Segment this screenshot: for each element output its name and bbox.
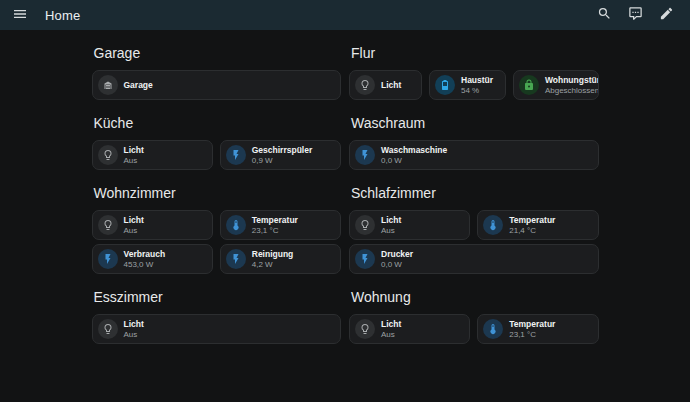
lightbulb-icon xyxy=(355,215,375,235)
section-title: Wohnzimmer xyxy=(94,185,342,202)
card-row: Drucker0,0 W xyxy=(349,244,599,274)
card-text: Haustür54 % xyxy=(461,75,493,95)
card-licht[interactable]: LichtAus xyxy=(92,140,213,170)
app-root: { "topbar": { "title": "Home", "menu_ico… xyxy=(0,0,690,402)
card-name: Drucker xyxy=(381,249,413,260)
card-text: LichtAus xyxy=(381,215,401,235)
card-licht[interactable]: LichtAus xyxy=(92,210,213,240)
card-waschmaschine[interactable]: Waschmaschine0,0 W xyxy=(349,140,599,170)
card-text: Temperatur23,1 °C xyxy=(509,319,555,339)
flash-icon xyxy=(226,145,246,165)
card-row: LichtAus xyxy=(92,314,342,344)
card-state: 0,9 W xyxy=(252,156,312,166)
flash-icon xyxy=(355,249,375,269)
lightbulb-icon xyxy=(355,319,375,339)
column-left: GarageGarageKücheLichtAusGeschirrspüler0… xyxy=(92,45,342,359)
search-icon xyxy=(597,6,612,24)
thermometer-icon xyxy=(483,319,503,339)
card-name: Licht xyxy=(381,319,401,330)
section-waschraum: WaschraumWaschmaschine0,0 W xyxy=(349,115,599,170)
card-licht[interactable]: Licht xyxy=(349,70,422,100)
card-temperatur[interactable]: Temperatur23,1 °C xyxy=(220,210,341,240)
section-title: Küche xyxy=(94,115,342,132)
card-row: LichtAusTemperatur23,1 °C xyxy=(92,210,342,240)
battery-icon xyxy=(435,75,455,95)
card-garage[interactable]: Garage xyxy=(92,70,342,100)
card-geschirrsp-ler[interactable]: Geschirrspüler0,9 W xyxy=(220,140,341,170)
assist-chat-icon xyxy=(628,6,643,24)
card-text: Waschmaschine0,0 W xyxy=(381,145,447,165)
card-haust-r[interactable]: Haustür54 % xyxy=(429,70,506,100)
card-row: LichtAusGeschirrspüler0,9 W xyxy=(92,140,342,170)
content-columns: GarageGarageKücheLichtAusGeschirrspüler0… xyxy=(92,45,599,359)
card-reinigung[interactable]: Reinigung4,2 W xyxy=(220,244,341,274)
menu-button[interactable] xyxy=(8,3,32,27)
card-temperatur[interactable]: Temperatur23,1 °C xyxy=(477,314,598,344)
section-esszimmer: EsszimmerLichtAus xyxy=(92,289,342,344)
section-garage: GarageGarage xyxy=(92,45,342,100)
card-state: 23,1 °C xyxy=(252,226,298,236)
card-wohnungst-r[interactable]: WohnungstürAbgeschlossen xyxy=(513,70,599,100)
card-licht[interactable]: LichtAus xyxy=(349,210,470,240)
card-state: 0,0 W xyxy=(381,260,413,270)
edit-dashboard-button[interactable] xyxy=(654,3,678,27)
card-state: 23,1 °C xyxy=(509,330,555,340)
card-text: LichtAus xyxy=(124,145,144,165)
card-name: Licht xyxy=(381,80,401,91)
thermometer-icon xyxy=(226,215,246,235)
card-name: Licht xyxy=(381,215,401,226)
section-flur: FlurLichtHaustür54 %WohnungstürAbgeschlo… xyxy=(349,45,599,100)
card-text: Reinigung4,2 W xyxy=(252,249,294,269)
card-state: Aus xyxy=(381,330,401,340)
card-licht[interactable]: LichtAus xyxy=(92,314,342,344)
lightbulb-icon xyxy=(98,145,118,165)
card-name: Licht xyxy=(124,145,144,156)
card-verbrauch[interactable]: Verbrauch453,0 W xyxy=(92,244,213,274)
card-name: Temperatur xyxy=(252,215,298,226)
section-title: Waschraum xyxy=(351,115,599,132)
lightbulb-icon xyxy=(355,75,375,95)
thermometer-icon xyxy=(483,215,503,235)
search-button[interactable] xyxy=(592,3,616,27)
card-licht[interactable]: LichtAus xyxy=(349,314,470,344)
card-text: Temperatur21,4 °C xyxy=(509,215,555,235)
card-row: LichtAusTemperatur21,4 °C xyxy=(349,210,599,240)
hamburger-menu-icon xyxy=(12,6,28,25)
card-row: LichtHaustür54 %WohnungstürAbgeschlossen xyxy=(349,70,599,100)
section-title: Esszimmer xyxy=(94,289,342,306)
card-state: 4,2 W xyxy=(252,260,294,270)
card-name: Temperatur xyxy=(509,215,555,226)
card-name: Verbrauch xyxy=(124,249,166,260)
card-row: LichtAusTemperatur23,1 °C xyxy=(349,314,599,344)
section-title: Flur xyxy=(351,45,599,62)
section-title: Garage xyxy=(94,45,342,62)
card-state: 0,0 W xyxy=(381,156,447,166)
card-name: Licht xyxy=(124,319,144,330)
card-drucker[interactable]: Drucker0,0 W xyxy=(349,244,599,274)
section-k-che: KücheLichtAusGeschirrspüler0,9 W xyxy=(92,115,342,170)
card-name: Wohnungstür xyxy=(545,75,592,86)
card-temperatur[interactable]: Temperatur21,4 °C xyxy=(477,210,598,240)
section-wohnung: WohnungLichtAusTemperatur23,1 °C xyxy=(349,289,599,344)
card-text: Verbrauch453,0 W xyxy=(124,249,166,269)
lightbulb-icon xyxy=(98,319,118,339)
card-text: Drucker0,0 W xyxy=(381,249,413,269)
garage-icon xyxy=(98,75,118,95)
card-name: Reinigung xyxy=(252,249,294,260)
card-state: 21,4 °C xyxy=(509,226,555,236)
flash-icon xyxy=(98,249,118,269)
flash-icon xyxy=(355,145,375,165)
lightbulb-icon xyxy=(98,215,118,235)
card-name: Geschirrspüler xyxy=(252,145,312,156)
card-text: Temperatur23,1 °C xyxy=(252,215,298,235)
assist-button[interactable] xyxy=(623,3,647,27)
card-row: Verbrauch453,0 WReinigung4,2 W xyxy=(92,244,342,274)
card-text: LichtAus xyxy=(124,319,144,339)
card-state: Aus xyxy=(124,156,144,166)
card-state: 453,0 W xyxy=(124,260,166,270)
section-wohnzimmer: WohnzimmerLichtAusTemperatur23,1 °CVerbr… xyxy=(92,185,342,274)
card-text: LichtAus xyxy=(124,215,144,235)
pencil-edit-icon xyxy=(659,6,674,24)
card-name: Garage xyxy=(124,80,153,91)
section-title: Wohnung xyxy=(351,289,599,306)
